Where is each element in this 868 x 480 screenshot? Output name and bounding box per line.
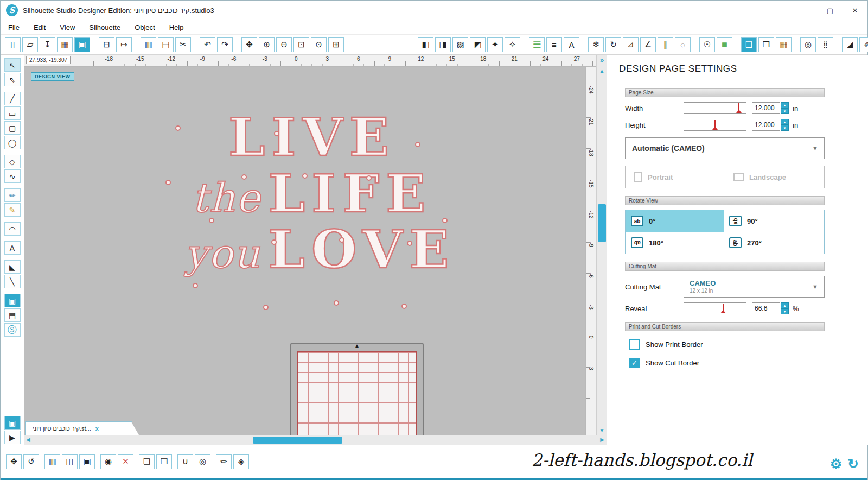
horizontal-scrollbar[interactable]: ◀ ▶ [24, 435, 607, 445]
edit-points-tool-icon[interactable]: ⇖ [4, 73, 21, 86]
slider-marker[interactable] [738, 103, 739, 113]
show-print-border-checkbox[interactable] [629, 339, 640, 350]
text-style-icon[interactable]: A [564, 37, 579, 52]
menu-item[interactable]: Edit [34, 23, 46, 31]
star-icon[interactable]: ✦ [487, 37, 503, 52]
minimize-button[interactable]: — [793, 1, 818, 20]
zoom-drawing-icon[interactable]: ⊙ [311, 37, 327, 52]
undo-icon[interactable]: ↶ [200, 37, 215, 52]
copy-icon[interactable]: ▥ [141, 37, 156, 52]
menu-item[interactable]: Silhouette [89, 23, 120, 31]
send-to-back-icon[interactable]: ❐ [156, 454, 172, 469]
menu-item[interactable]: Help [169, 23, 184, 31]
settings-gear-icon[interactable]: ⚙ [830, 456, 842, 472]
effects-icon[interactable]: ✧ [505, 37, 520, 52]
text-tool-icon[interactable]: A [4, 241, 21, 255]
align-icon[interactable]: ∥ [658, 37, 673, 52]
width-input[interactable] [752, 102, 780, 114]
mirror-icon[interactable]: ◫ [62, 454, 78, 469]
scroll-left-icon[interactable]: ◀ [26, 437, 30, 443]
line-color-icon[interactable]: ☰ [529, 37, 545, 52]
scroll-down-icon[interactable]: ▼ [597, 427, 607, 433]
width-slider[interactable] [684, 102, 746, 114]
knife-tool-icon[interactable]: ╲ [4, 275, 21, 288]
bring-to-front-icon[interactable]: ❏ [139, 454, 155, 469]
color-swatch-icon[interactable]: ■ [717, 37, 732, 52]
show-cut-border-checkbox[interactable]: ✓ [629, 358, 640, 368]
stepper-up-icon[interactable]: ▲ [781, 119, 789, 125]
rotate-panel-icon[interactable]: ↺ [23, 454, 39, 469]
vertical-scroll-thumb[interactable] [598, 204, 606, 242]
menu-item[interactable]: Object [135, 23, 155, 31]
zoom-selection-icon[interactable]: ⊡ [293, 37, 309, 52]
trace-icon[interactable]: ◌ [675, 37, 691, 52]
portrait-button[interactable]: Portrait [626, 166, 725, 188]
delete-icon[interactable]: ✕ [118, 454, 133, 469]
rounded-rectangle-tool-icon[interactable]: ▢ [4, 121, 21, 135]
open-file-icon[interactable]: ▱ [22, 37, 38, 52]
rotate-270-button[interactable]: ab 270° [724, 232, 824, 254]
eraser-tool-icon[interactable]: ◣ [4, 260, 21, 274]
move-panel-icon[interactable]: ✥ [6, 454, 22, 469]
replicate-icon[interactable]: ❄ [588, 37, 604, 52]
drawing-canvas[interactable]: DESIGN VIEW LIVE theLIFE youLOVE [24, 67, 585, 435]
cutting-mat-dropdown[interactable]: CAMEO 12 x 12 in ▼ [684, 276, 825, 298]
grid-icon[interactable]: ▦ [776, 37, 792, 52]
new-document-icon[interactable]: ▯ [5, 37, 21, 52]
pan-icon[interactable]: ✥ [241, 37, 257, 52]
stepper-up-icon[interactable]: ▲ [781, 102, 789, 108]
offset-icon[interactable]: ◎ [195, 454, 210, 469]
dropdown-arrow-icon[interactable]: ▼ [806, 276, 824, 297]
paste-icon[interactable]: ▤ [158, 37, 174, 52]
draw-pencil-tool-icon[interactable]: ✏ [4, 188, 21, 202]
duplicate-icon[interactable]: ▥ [44, 454, 60, 469]
arc-tool-icon[interactable]: ◠ [4, 222, 21, 236]
send-panel-icon[interactable]: ▣ [4, 416, 21, 430]
knife-icon[interactable]: ✐ [859, 37, 868, 52]
ellipse-tool-icon[interactable]: ◯ [4, 136, 21, 149]
cut-icon[interactable]: ✂ [175, 37, 191, 52]
reveal-input[interactable] [752, 302, 780, 314]
document-tab[interactable]: קיר כוכבים סיון ויוני.st... x [25, 421, 132, 435]
weld-icon[interactable]: ∪ [177, 454, 193, 469]
tab-close-icon[interactable]: x [95, 425, 99, 432]
landscape-button[interactable]: Landscape [725, 166, 824, 188]
collapse-panel-icon[interactable]: » [597, 56, 607, 64]
zoom-out-icon[interactable]: ⊖ [276, 37, 292, 52]
line-style-icon[interactable]: ≡ [546, 37, 562, 52]
sketch-icon[interactable]: ✏ [216, 454, 232, 469]
fill-pattern-icon[interactable]: ▨ [452, 37, 468, 52]
preview-panel-icon[interactable]: ▣ [4, 294, 21, 307]
menu-item[interactable]: File [8, 23, 20, 31]
save-to-library-icon[interactable]: ▣ [74, 37, 90, 52]
curve-tool-icon[interactable]: ∿ [4, 169, 21, 183]
fill-gradient-icon[interactable]: ◨ [435, 37, 451, 52]
stack-icon[interactable]: ▣ [79, 454, 95, 469]
highlighter-tool-icon[interactable]: ✎ [4, 203, 21, 217]
close-button[interactable]: ✕ [843, 1, 867, 20]
polygon-tool-icon[interactable]: ◇ [4, 155, 21, 168]
stepper-up-icon[interactable]: ▲ [781, 302, 789, 308]
send-to-silhouette-icon[interactable]: ↦ [116, 37, 132, 52]
line-tool-icon[interactable]: ╱ [4, 92, 21, 105]
scale-icon[interactable]: ⊿ [623, 37, 639, 52]
expand-toolbar-icon[interactable]: ▶ [4, 431, 21, 444]
vertical-scrollbar[interactable]: » ▲ ▼ [596, 55, 607, 435]
pixscan-icon[interactable]: ⣿ [818, 37, 833, 52]
stepper-down-icon[interactable]: ▼ [781, 308, 789, 314]
pages-icon[interactable]: ❑ [741, 37, 757, 52]
cutting-mat-preview[interactable]: ▲ [290, 343, 424, 435]
print-icon[interactable]: ⊟ [99, 37, 114, 52]
menu-item[interactable]: View [60, 23, 75, 31]
height-input[interactable] [752, 119, 780, 131]
slider-marker[interactable] [714, 120, 716, 130]
scroll-up-icon[interactable]: ▲ [597, 68, 607, 74]
reveal-slider[interactable] [684, 302, 746, 314]
rectangle-tool-icon[interactable]: ▭ [4, 106, 21, 120]
maximize-button[interactable]: ▢ [818, 1, 843, 20]
dropdown-arrow-icon[interactable]: ▼ [806, 138, 824, 159]
design-artwork[interactable]: LIVE theLIFE youLOVE [160, 109, 464, 278]
rotate-0-button[interactable]: ab 0° [626, 210, 724, 232]
emboss-icon[interactable]: ◈ [233, 454, 249, 469]
select-tool-icon[interactable]: ↖ [4, 58, 21, 72]
